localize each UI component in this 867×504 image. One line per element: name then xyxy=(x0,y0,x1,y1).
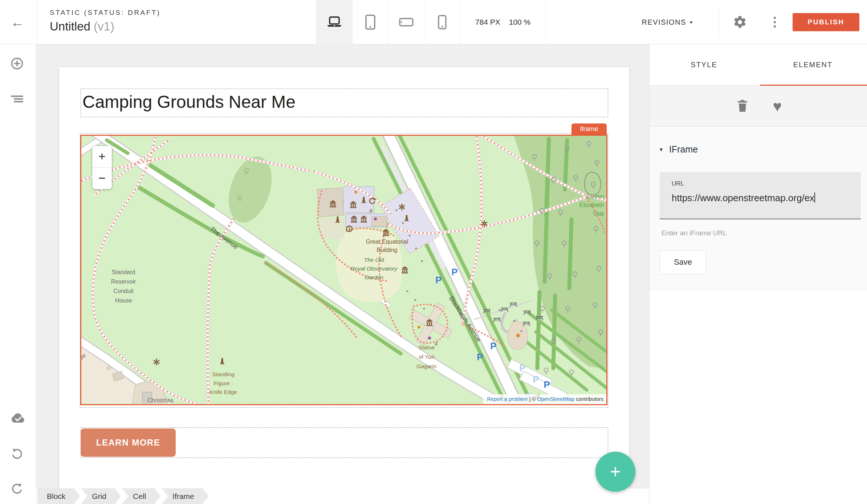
map-label: Royal Observatory xyxy=(351,265,398,272)
iframe-element-tag: iframe xyxy=(571,123,607,135)
map-label: Standing xyxy=(212,371,234,377)
openstreetmap-embed[interactable]: The Avenue Blackheath Avenue Standard Re… xyxy=(81,136,606,403)
heading-cell-selected[interactable]: Camping Grounds Near Me xyxy=(81,89,608,117)
map-label: Reservoir xyxy=(111,279,136,285)
delete-element-button[interactable] xyxy=(734,99,750,115)
divider xyxy=(719,5,719,39)
page-canvas: Camping Grounds Near Me iframe xyxy=(59,67,629,504)
revisions-label: REVISIONS xyxy=(642,18,686,27)
document-name: Untitled xyxy=(50,20,90,33)
viewport-info: 784 PX 100 % xyxy=(460,0,546,44)
page-title[interactable]: Camping Grounds Near Me xyxy=(82,92,296,112)
element-breadcrumb: Block Grid Cell Iframe xyxy=(36,488,649,504)
iframe-cell-selected[interactable]: iframe xyxy=(80,133,608,408)
map-label: Elizabeth xyxy=(579,202,604,208)
section-title: IFrame xyxy=(669,144,698,155)
device-preview-switcher xyxy=(316,0,460,44)
parking-marker: P xyxy=(451,267,457,277)
divider xyxy=(36,0,37,44)
add-element-button[interactable] xyxy=(10,56,24,71)
map-label: Oak xyxy=(593,210,605,217)
map-zoom-out-button[interactable]: − xyxy=(92,168,112,189)
element-actions-strip: ♥ xyxy=(650,86,867,127)
redo-button[interactable] xyxy=(10,481,24,496)
map-label: Figure : xyxy=(214,380,233,386)
phone-icon xyxy=(437,15,447,29)
chevron-down-icon: ▾ xyxy=(660,146,663,153)
gate-marker: ≠ xyxy=(370,208,373,214)
map-label: Knife Edge xyxy=(209,389,237,395)
map-label: Garden xyxy=(365,274,383,280)
editor-window: ← STATIC (STATUS: DRAFT) Untitled (v1) 7… xyxy=(0,0,867,504)
left-toolbar xyxy=(0,44,36,504)
plus-icon: + xyxy=(595,453,635,491)
iframe-settings-section: ▾ IFrame URL https://www.openstreetmap.o… xyxy=(650,127,867,290)
map-label: of Yuri xyxy=(419,354,435,360)
parking-marker: P xyxy=(519,362,525,373)
breadcrumb-iframe[interactable]: Iframe xyxy=(162,488,209,504)
map-zoom-in-button[interactable]: + xyxy=(92,146,112,167)
report-problem-link[interactable]: Report a problem xyxy=(487,396,528,402)
inspector-tabs: STYLE ELEMENT xyxy=(650,44,867,86)
favorite-element-button[interactable]: ♥ xyxy=(769,99,785,115)
undo-button[interactable] xyxy=(10,447,24,461)
redo-icon xyxy=(10,481,24,496)
iframe-section-header[interactable]: ▾ IFrame xyxy=(660,144,698,155)
url-text: https://www.openstreetmap.org/ex xyxy=(672,192,814,203)
map-label: Christmas xyxy=(147,397,174,403)
publish-button[interactable]: PUBLISH xyxy=(793,13,859,31)
layers-menu-button[interactable] xyxy=(10,91,24,106)
map-label: Gagarin xyxy=(416,363,436,369)
phone-landscape-icon xyxy=(399,17,414,27)
url-field-value: https://www.openstreetmap.org/ex xyxy=(672,192,859,204)
document-version: (v1) xyxy=(94,20,114,33)
more-options-button[interactable] xyxy=(768,15,781,29)
map-label: Queen xyxy=(586,193,604,199)
parking-marker: P xyxy=(533,374,539,385)
device-landscape-button[interactable] xyxy=(388,0,424,44)
zoom-percentage: 100 % xyxy=(509,18,531,27)
map-label: Great Equatorial xyxy=(366,239,408,245)
device-desktop-button[interactable] xyxy=(316,0,352,44)
breadcrumb-cell[interactable]: Cell xyxy=(122,488,160,504)
undo-icon xyxy=(10,447,24,461)
document-title: Untitled (v1) xyxy=(50,20,161,33)
gate-marker: ≠ xyxy=(435,341,438,347)
button-cell[interactable]: LEARN MORE xyxy=(81,427,608,458)
map-label: Standard xyxy=(112,269,135,275)
tab-style[interactable]: STYLE xyxy=(650,44,758,85)
parking-marker: P xyxy=(435,275,441,285)
parking-marker: P xyxy=(544,379,550,390)
viewport-width: 784 PX xyxy=(475,18,500,27)
revisions-dropdown[interactable]: REVISIONS ▾ xyxy=(631,0,704,44)
parking-marker: P xyxy=(477,351,483,362)
text-cursor xyxy=(814,192,815,203)
chevron-down-icon: ▾ xyxy=(690,19,693,25)
learn-more-button[interactable]: LEARN MORE xyxy=(81,428,176,457)
cloud-check-icon xyxy=(10,412,27,425)
tablet-icon xyxy=(365,15,376,30)
map-label: Conduit xyxy=(113,288,134,294)
heart-icon: ♥ xyxy=(769,99,785,114)
breadcrumb-block[interactable]: Block xyxy=(37,488,80,504)
gear-icon xyxy=(733,15,747,29)
top-toolbar: ← STATIC (STATUS: DRAFT) Untitled (v1) 7… xyxy=(0,0,867,44)
back-arrow-icon[interactable]: ← xyxy=(9,14,26,31)
attribution-contributors: contributors xyxy=(574,396,603,402)
openstreetmap-link[interactable]: OpenStreetMap xyxy=(537,396,574,402)
save-button[interactable]: Save xyxy=(660,250,706,274)
device-phone-button[interactable] xyxy=(424,0,460,44)
tab-element[interactable]: ELEMENT xyxy=(758,44,867,85)
plus-circle-icon xyxy=(10,56,24,71)
add-block-fab[interactable]: + xyxy=(595,452,635,492)
url-input-field[interactable]: URL https://www.openstreetmap.org/ex xyxy=(660,172,861,219)
settings-button[interactable] xyxy=(733,15,747,29)
iframe-element[interactable]: iframe xyxy=(80,135,607,405)
save-status-button[interactable] xyxy=(10,412,24,427)
parking-marker: P xyxy=(490,341,496,351)
document-title-block: STATIC (STATUS: DRAFT) Untitled (v1) xyxy=(50,9,161,33)
device-tablet-button[interactable] xyxy=(352,0,388,44)
map-label: Statue xyxy=(419,344,435,350)
breadcrumb-grid[interactable]: Grid xyxy=(81,488,121,504)
canvas-workspace: Camping Grounds Near Me iframe xyxy=(36,44,649,504)
